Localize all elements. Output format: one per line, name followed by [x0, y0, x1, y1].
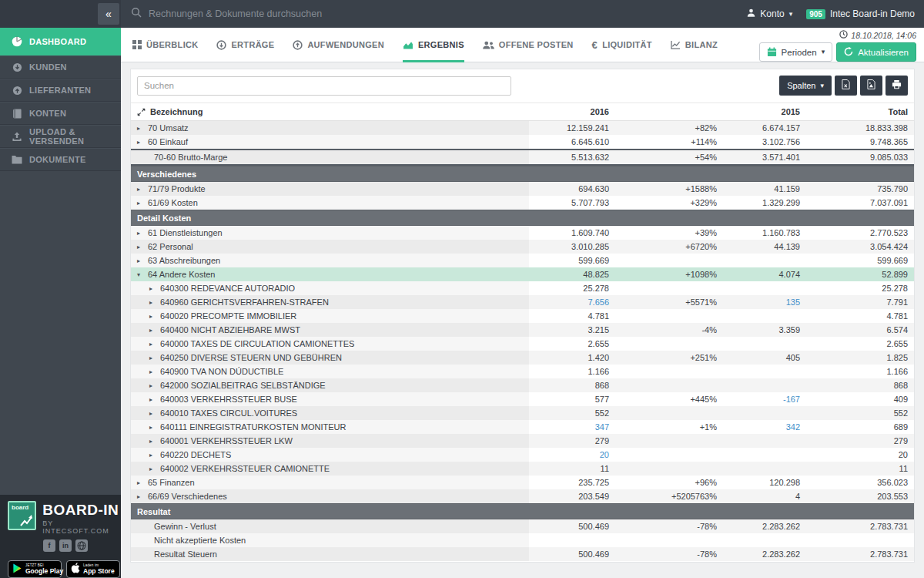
caret-right-icon[interactable]: ▸	[137, 186, 143, 193]
upload-icon	[12, 131, 22, 142]
table-row-71-79-produkte[interactable]: ▸71/79 Produkte694.630+1588%41.159735.79…	[131, 182, 914, 196]
table-row-640111-einregistraturkosten-moniteur[interactable]: ▸640111 EINREGISTRATURKOSTEN MONITEUR347…	[131, 420, 914, 434]
caret-right-icon[interactable]: ▸	[149, 452, 156, 459]
table-row-63-abschreibungen[interactable]: ▸63 Abschreibungen599.669599.669	[131, 254, 914, 267]
aktualisieren-button[interactable]: Aktualisieren	[836, 42, 916, 62]
export-pdf-button[interactable]	[860, 76, 882, 96]
global-search-input[interactable]	[149, 8, 472, 19]
export-excel-button[interactable]	[835, 76, 857, 96]
table-row-61-69-kosten[interactable]: ▸61/69 Kosten5.707.793+329%1.329.2997.03…	[131, 196, 914, 210]
sidebar-collapse-button[interactable]: «	[98, 3, 119, 25]
caret-right-icon[interactable]: ▸	[149, 285, 156, 292]
caret-right-icon[interactable]: ▸	[149, 465, 156, 472]
table-row-640250-diverse-steuern-und-gebühren[interactable]: ▸640250 DIVERSE STEUERN UND GEBÜHREN1.42…	[131, 351, 914, 365]
caret-right-icon[interactable]: ▸	[137, 139, 143, 146]
table-search-input[interactable]	[137, 76, 511, 96]
caret-right-icon[interactable]: ▸	[149, 396, 156, 403]
tab-erträge[interactable]: ERTRÄGE	[216, 28, 274, 62]
caret-right-icon[interactable]: ▸	[149, 410, 156, 417]
table-row-61-dienstleistungen[interactable]: ▸61 Dienstleistungen1.609.740+39%1.160.7…	[131, 226, 914, 240]
caret-right-icon[interactable]: ▸	[137, 125, 143, 132]
user-icon	[747, 8, 755, 19]
caret-right-icon[interactable]: ▸	[149, 341, 156, 348]
table-row-640960-gerichtsverfahren-strafen[interactable]: ▸640960 GERICHTSVERFAHREN-STRAFEN7.656+5…	[131, 295, 914, 309]
board-in-logo: board	[8, 501, 36, 530]
sidebar-item-kunden[interactable]: KUNDEN	[0, 55, 121, 79]
table-row-640900-tva-non-d-ductible[interactable]: ▸640900 TVA NON DÚDUCTIBLE1.1661.166	[131, 365, 914, 378]
tab-überblick[interactable]: ÜBERBLICK	[132, 28, 198, 62]
app-store-badge[interactable]: Laden imApp Store	[66, 560, 120, 578]
table-row-66-69-verschiedenes[interactable]: ▸66/69 Verschiedenes203.549+5205763%4203…	[131, 489, 914, 503]
caret-right-icon[interactable]: ▸	[137, 244, 143, 250]
globe-icon[interactable]	[75, 539, 88, 552]
konto-label: Konto	[760, 8, 784, 19]
konto-dropdown[interactable]: Konto ▾	[747, 8, 792, 19]
caret-right-icon[interactable]: ▸	[149, 299, 156, 306]
caret-right-icon[interactable]: ▸	[137, 200, 143, 207]
section-header-verschiedenes: Verschiedenes	[131, 166, 914, 182]
table-row-70-60-brutto-marge[interactable]: 70-60 Brutto-Marge5.513.632+54%3.571.401…	[131, 149, 914, 166]
spalten-button[interactable]: Spalten ▾	[779, 76, 832, 96]
table-row-640001-verkehrssteuer-lkw[interactable]: ▸640001 VERKEHRSSTEUER LKW279279	[131, 434, 914, 448]
table-row-60-einkauf[interactable]: ▸60 Einkauf6.645.610+114%3.102.7569.748.…	[131, 135, 914, 149]
store-badge-label: App Store	[83, 568, 115, 575]
table-row-70-umsatz[interactable]: ▸70 Umsatz12.159.241+82%6.674.15718.833.…	[131, 121, 914, 135]
caret-down-icon[interactable]: ▾	[137, 271, 143, 278]
table-row-640002-verkehrssteuer-camionette[interactable]: ▸640002 VERKEHRSSTEUER CAMIONETTE1111	[131, 462, 914, 476]
expand-arrows-icon[interactable]	[137, 108, 146, 116]
caret-right-icon[interactable]: ▸	[137, 230, 143, 237]
tab-offene-posten[interactable]: OFFENE POSTEN	[483, 28, 574, 62]
cell-y2016: 7.656	[529, 295, 615, 309]
row-label-cell: Nicht akzeptierte Kosten	[131, 533, 529, 547]
sidebar-item-dokumente[interactable]: DOKUMENTE	[0, 148, 121, 171]
perioden-button[interactable]: Perioden ▾	[759, 42, 833, 62]
sidebar-item-upload-versenden[interactable]: UPLOAD & VERSENDEN	[0, 125, 121, 148]
table-row-642000-sozialbeitrag-selbständige[interactable]: ▸642000 SOZIALBEITRAG SELBSTÄNDIGE868868	[131, 378, 914, 392]
sidebar-item-dashboard[interactable]: DASHBOARD	[0, 28, 121, 55]
table-row-gewinn-verlust[interactable]: Gewinn - Verlust500.469-78%2.283.2622.78…	[131, 519, 914, 533]
table-row-640010-taxes-circul-voitures[interactable]: ▸640010 TAXES CIRCUL.VOITURES552552	[131, 406, 914, 420]
caret-right-icon[interactable]: ▸	[149, 355, 156, 361]
col-total[interactable]: Total	[806, 103, 914, 121]
caret-right-icon[interactable]: ▸	[149, 424, 156, 431]
col-bezeichnung[interactable]: Bezeichnung	[150, 107, 203, 116]
tab-label: BILANZ	[685, 40, 718, 49]
google-play-badge[interactable]: JETZT BEIGoogle Play	[8, 560, 62, 578]
caret-right-icon[interactable]: ▸	[137, 479, 143, 486]
sidebar-item-konten[interactable]: KONTEN	[0, 102, 121, 125]
caret-right-icon[interactable]: ▸	[137, 493, 143, 500]
facebook-icon[interactable]: f	[43, 539, 55, 552]
table-row-640003-verkehrssteuer-buse[interactable]: ▸640003 VERKEHRSSTEUER BUSE577+445%-1674…	[131, 392, 914, 406]
caret-right-icon[interactable]: ▸	[149, 382, 156, 389]
col-2016[interactable]: 2016	[529, 103, 615, 121]
tab-liquidität[interactable]: €LIQUIDITÄT	[592, 28, 652, 62]
cell-y2016: 1.609.740	[529, 226, 615, 240]
table-row-640300-redevance-autoradio[interactable]: ▸640300 REDEVANCE AUTORADIO25.27825.278	[131, 281, 914, 295]
linkedin-icon[interactable]: in	[59, 539, 72, 552]
caret-right-icon[interactable]: ▸	[137, 257, 143, 264]
table-row-640000-taxes-de-circulation-camionettes[interactable]: ▸640000 TAXES DE CIRCULATION CAMIONETTES…	[131, 337, 914, 351]
tab-bilanz[interactable]: BILANZ	[671, 28, 718, 62]
account-switcher[interactable]: 905 Intec Board-in Demo	[806, 8, 915, 19]
caret-right-icon[interactable]: ▸	[149, 438, 156, 445]
caret-right-icon[interactable]: ▸	[149, 327, 156, 334]
tab-aufwendungen[interactable]: AUFWENDUNGEN	[293, 28, 384, 62]
tab-ergebnis[interactable]: ERGEBNIS	[403, 28, 464, 62]
table-row-640400-nicht-abziehbare-mwst[interactable]: ▸640400 NICHT ABZIEHBARE MWST3.215-4%3.3…	[131, 323, 914, 337]
print-button[interactable]	[886, 76, 908, 96]
table-row-65-finanzen[interactable]: ▸65 Finanzen235.725+96%120.298356.023	[131, 476, 914, 489]
cell-y2016: 552	[529, 406, 615, 420]
row-label: Nicht akzeptierte Kosten	[154, 536, 246, 545]
search-icon	[131, 7, 142, 21]
caret-right-icon[interactable]: ▸	[149, 368, 156, 375]
sidebar-item-lieferanten[interactable]: LIEFERANTEN	[0, 79, 121, 102]
col-2015[interactable]: 2015	[723, 103, 806, 121]
table-row-640220-dechets[interactable]: ▸640220 DECHETS2020	[131, 448, 914, 462]
table-row-nicht-akzeptierte-kosten[interactable]: Nicht akzeptierte Kosten	[131, 533, 914, 547]
table-row-62-personal[interactable]: ▸62 Personal3.010.285+6720%44.1393.054.4…	[131, 240, 914, 254]
table-row-resultat-steuern[interactable]: Resultat Steuern500.469-78%2.283.2622.78…	[131, 547, 914, 561]
caret-right-icon[interactable]: ▸	[149, 313, 156, 320]
table-row-64-andere-kosten[interactable]: ▾64 Andere Kosten48.825+1098%4.07452.899	[131, 267, 914, 281]
table-row-640020-precompte-immobilier[interactable]: ▸640020 PRECOMPTE IMMOBILIER4.7814.781	[131, 309, 914, 323]
calendar-icon	[767, 47, 777, 57]
